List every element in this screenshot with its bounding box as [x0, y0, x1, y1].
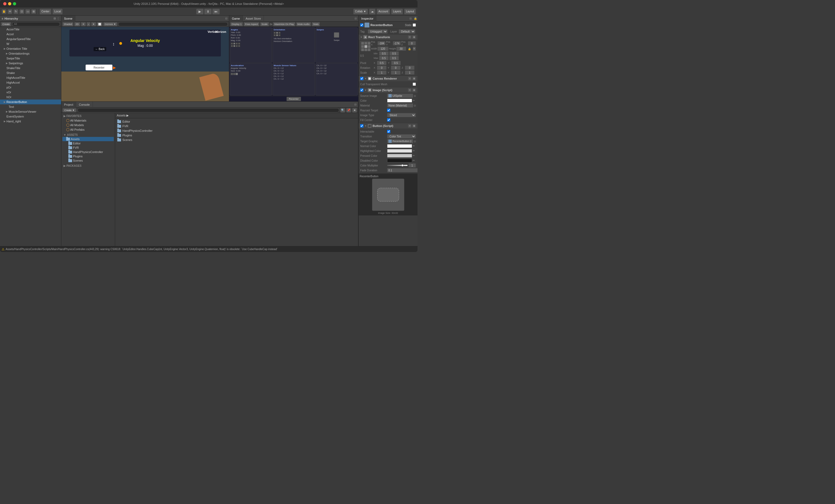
hierarchy-item[interactable]: EventSystem — [0, 114, 61, 119]
material-picker[interactable]: ⊙ — [414, 104, 416, 107]
rect-tool-icon[interactable]: ▭ — [25, 9, 30, 14]
rot-y-input[interactable] — [391, 66, 401, 70]
plugins-item[interactable]: Plugins — [62, 154, 114, 159]
inspector-tab[interactable]: Inspector — [359, 16, 376, 22]
disabled-color-swatch[interactable] — [387, 159, 412, 163]
hierarchy-item[interactable]: pOr — [0, 85, 61, 90]
inspector-collapse-icon[interactable]: ⊟ — [408, 17, 413, 20]
mute-audio-button[interactable]: Mute Audio — [296, 22, 311, 26]
hierarchy-item[interactable]: ▶MuscleSensorViewer — [0, 109, 61, 114]
button-enabled[interactable] — [360, 124, 363, 127]
hierarchy-item[interactable]: Shake — [0, 70, 61, 75]
r-button[interactable]: R — [413, 46, 416, 51]
layout-button[interactable]: Layout — [404, 8, 416, 15]
source-image-picker[interactable]: ⊙ — [414, 94, 416, 97]
pivot-x-input[interactable] — [377, 61, 387, 65]
fvr-item[interactable]: FVR — [62, 146, 114, 150]
pressed-color-picker[interactable]: ✏ — [413, 154, 416, 158]
hierarchy-item[interactable]: vOr — [0, 90, 61, 94]
canvas-renderer-enabled[interactable] — [360, 77, 363, 80]
asset-plugins[interactable]: Plugins — [116, 133, 357, 138]
source-image-ref[interactable]: UISprite — [387, 93, 413, 98]
asset-editor[interactable]: Editor — [116, 120, 357, 124]
rot-x-input[interactable] — [377, 66, 387, 70]
scene-recenter-button[interactable]: Recenter — [85, 65, 113, 70]
rotate-tool-icon[interactable]: ↻ — [14, 9, 18, 14]
pressed-color-swatch[interactable] — [387, 154, 412, 158]
hierarchy-more-icon[interactable]: ⋮ — [57, 17, 59, 20]
assets-root-item[interactable]: Assets — [62, 137, 114, 141]
cr-settings-icon[interactable]: ⚙ — [412, 77, 416, 80]
color-multiplier-input[interactable] — [408, 163, 416, 168]
badge-info-icon[interactable]: ? — [408, 35, 412, 39]
tag-dropdown[interactable]: Untagged — [368, 29, 388, 34]
anchors-min-y-input[interactable] — [389, 51, 399, 56]
game-lock-icon[interactable]: ⊟ — [353, 17, 358, 20]
image-script-header[interactable]: ▼ 🖼 Image (Script) ? ⚙ — [359, 87, 418, 93]
hierarchy-item[interactable]: ▶SwipeImgs — [0, 61, 61, 66]
console-tab[interactable]: Console — [76, 102, 93, 108]
cr-info-icon[interactable]: ? — [408, 77, 412, 80]
hand-tool-icon[interactable]: ✋ — [2, 9, 6, 14]
close-button[interactable] — [3, 2, 6, 5]
scene-sky-icon[interactable]: ⬜ — [97, 22, 102, 26]
scale-tool-icon[interactable]: ⊡ — [19, 9, 24, 14]
project-create-button[interactable]: Create ▼ — [62, 108, 76, 112]
asset-fvr[interactable]: FVR — [116, 124, 357, 128]
asset-scenes[interactable]: Scenes — [116, 138, 357, 142]
hierarchy-item[interactable]: HighAccelTitle — [0, 75, 61, 80]
image-settings-icon[interactable]: ⚙ — [412, 88, 416, 92]
pos-z-input[interactable] — [408, 41, 416, 45]
center-button[interactable]: Center — [40, 8, 52, 15]
width-input[interactable] — [378, 46, 388, 51]
pos-x-input[interactable] — [378, 41, 386, 45]
hierarchy-search-input[interactable] — [12, 22, 60, 26]
maximize-on-play-button[interactable]: Maximize On Play — [273, 22, 296, 26]
image-info-icon[interactable]: ? — [408, 88, 412, 92]
minimize-button[interactable] — [8, 2, 11, 5]
hierarchy-item-recenterbutton[interactable]: ▶RecenterButton — [0, 100, 61, 104]
normal-color-picker[interactable]: ✏ — [413, 144, 416, 148]
transition-dropdown[interactable]: Color Tint — [387, 134, 416, 139]
scale-y-input[interactable] — [391, 70, 401, 75]
scene-fx-icon[interactable]: ✦ — [91, 22, 96, 26]
color-multiplier-track[interactable] — [387, 165, 408, 166]
image-enabled[interactable] — [360, 88, 363, 92]
hierarchy-item[interactable]: ▶Orientation Title — [0, 46, 61, 51]
hierarchy-item[interactable]: SwipeTitle — [0, 56, 61, 61]
interactable-checkbox[interactable] — [387, 130, 390, 133]
scale-z-input[interactable] — [405, 70, 414, 75]
project-search-input[interactable] — [78, 108, 339, 112]
step-button[interactable]: ⏭ — [212, 8, 220, 15]
layers-button[interactable]: Layers — [391, 8, 403, 15]
fill-center-checkbox[interactable] — [387, 118, 390, 122]
disabled-color-picker[interactable]: ✏ — [413, 159, 416, 162]
asset-store-tab[interactable]: Asset Store — [243, 16, 264, 22]
stats-button[interactable]: Stats — [312, 22, 320, 26]
cull-checkbox[interactable] — [413, 83, 416, 86]
project-pin-icon[interactable]: 📌 — [346, 108, 351, 113]
scale-button[interactable]: Scale — [260, 22, 269, 26]
badge-settings-icon[interactable]: ⚙ — [412, 35, 416, 39]
layer-dropdown[interactable]: Default — [399, 29, 415, 34]
gizmos-button[interactable]: Gizmos ▼ — [103, 22, 117, 26]
hierarchy-item[interactable]: ShakeTitle — [0, 66, 61, 70]
scene-lock-icon[interactable]: ⊟ — [224, 17, 229, 20]
height-input[interactable] — [396, 46, 406, 51]
hierarchy-item[interactable]: ▶Hand_right — [0, 119, 61, 124]
hierarchy-create-button[interactable]: Create — [1, 22, 11, 26]
raycast-checkbox[interactable] — [387, 109, 390, 112]
hierarchy-item[interactable]: HighAccel — [0, 80, 61, 85]
project-collapse-icon[interactable]: ⊟ — [353, 103, 358, 106]
maximize-button[interactable] — [13, 2, 16, 5]
hierarchy-item[interactable]: W — [0, 41, 61, 46]
all-prefabs-item[interactable]: ◯ All Prefabs — [62, 127, 114, 132]
rect-transform-header[interactable]: ▼ ⊞ Rect Transform ? ⚙ — [359, 35, 418, 40]
lock-size-icon[interactable]: 🔒 — [407, 46, 412, 51]
all-models-item[interactable]: ◯ All Models — [62, 123, 114, 127]
pause-button[interactable]: ⏸ — [204, 8, 212, 15]
anchors-max-x-input[interactable] — [379, 56, 389, 60]
mode-2d-button[interactable]: 2D — [74, 22, 80, 26]
fade-duration-input[interactable] — [387, 168, 418, 172]
anchors-min-x-input[interactable] — [379, 51, 389, 56]
